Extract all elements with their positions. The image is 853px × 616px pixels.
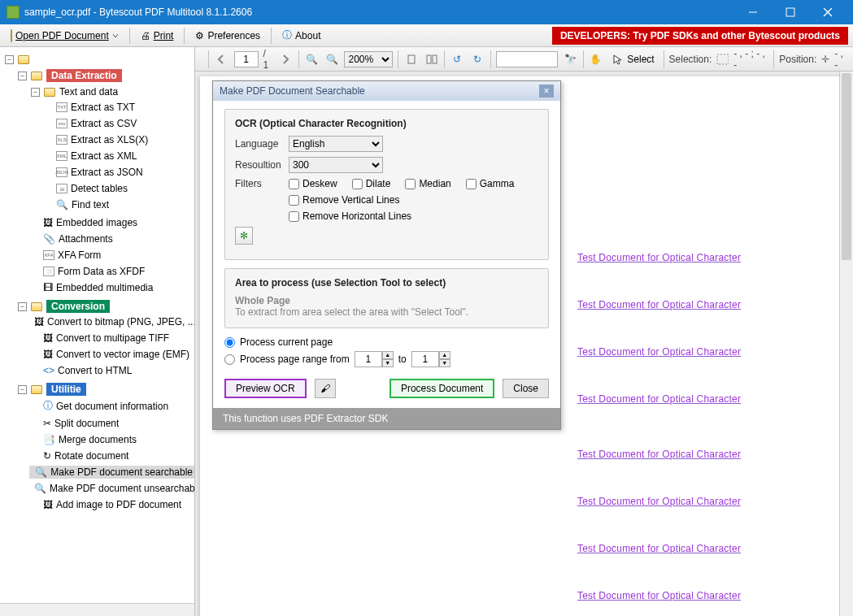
tree-extract-json[interactable]: JSONExtract as JSON bbox=[42, 166, 194, 179]
close-window-button[interactable] bbox=[809, 0, 846, 24]
cat-utilities[interactable]: − Utilitie bbox=[16, 382, 194, 397]
tree-detect-tables[interactable]: ⊞Detect tables bbox=[42, 182, 194, 195]
tree-doc-info[interactable]: ⓘGet document information bbox=[29, 398, 194, 414]
collapse-icon[interactable]: − bbox=[5, 55, 14, 64]
dev-banner[interactable]: DEVELOPERS: Try PDF SDKs and other Bytes… bbox=[552, 27, 848, 45]
maximize-button[interactable] bbox=[772, 0, 809, 24]
page-total: / 1 bbox=[263, 48, 273, 71]
tree-extract-xls[interactable]: XLSExtract as XLS(X) bbox=[42, 133, 194, 146]
close-button[interactable]: Close bbox=[503, 379, 549, 398]
tree-text-and-data[interactable]: − Text and data bbox=[29, 85, 194, 99]
find-button[interactable]: 🔭 bbox=[563, 51, 578, 67]
search-input[interactable] bbox=[496, 51, 558, 67]
zoom-in-button[interactable]: 🔍 bbox=[324, 51, 340, 67]
brush-icon: 🖌 bbox=[320, 383, 330, 394]
remove-vlines-checkbox[interactable]: Remove Vertical Lines bbox=[289, 194, 399, 206]
language-select[interactable]: English bbox=[289, 136, 383, 152]
range-from-spinner[interactable]: ▲▼ bbox=[355, 351, 394, 367]
tree-extract-txt[interactable]: TXTExtract as TXT bbox=[42, 101, 194, 114]
tree-attachments[interactable]: 📎Attachments bbox=[29, 232, 194, 245]
search-doc-icon: 🔍 bbox=[34, 483, 46, 494]
vertical-scrollbar[interactable] bbox=[839, 72, 853, 616]
page-input[interactable] bbox=[234, 51, 259, 67]
tree-convert-tiff[interactable]: 🖼Convert to multipage TIFF bbox=[29, 332, 194, 345]
dilate-checkbox[interactable]: Dilate bbox=[352, 178, 391, 189]
tree-extract-xml[interactable]: XMLExtract as XML bbox=[42, 150, 194, 163]
svg-rect-5 bbox=[427, 55, 431, 63]
tree-convert-bitmap[interactable]: 🖼Convert to bitmap (PNG, JPEG, ...) bbox=[29, 315, 194, 328]
tree-root[interactable]: − bbox=[3, 52, 194, 67]
tree-embedded-images[interactable]: 🖼Embedded images bbox=[29, 216, 194, 229]
zoom-select[interactable]: 200% bbox=[344, 51, 393, 67]
about-button[interactable]: ⓘ About bbox=[276, 26, 326, 45]
tree-extract-csv[interactable]: csvExtract as CSV bbox=[42, 117, 194, 130]
tree-xfdf[interactable]: 📄Form Data as XFDF bbox=[29, 265, 194, 278]
selection-value: - , - ; - , - bbox=[733, 48, 768, 71]
deskew-checkbox[interactable]: Deskew bbox=[289, 178, 337, 189]
rotate-ccw-button[interactable]: ↺ bbox=[450, 51, 465, 67]
dialog-titlebar[interactable]: Make PDF Document Searchable × bbox=[213, 81, 560, 101]
prev-page-button[interactable] bbox=[214, 51, 229, 67]
resolution-select[interactable]: 300 bbox=[289, 157, 383, 173]
select-tool-button[interactable]: Select bbox=[608, 51, 658, 67]
selection-rect-icon bbox=[716, 54, 729, 65]
image-icon: 🖼 bbox=[34, 316, 44, 328]
selection-label: Selection: bbox=[669, 54, 712, 65]
process-document-button[interactable]: Process Document bbox=[390, 379, 494, 398]
rotate-cw-icon: ↻ bbox=[473, 54, 481, 65]
tree-merge[interactable]: 📑Merge documents bbox=[29, 433, 194, 446]
area-whole: Whole Page bbox=[235, 295, 538, 306]
tree-make-searchable[interactable]: 🔍Make PDF document searchable bbox=[29, 466, 194, 479]
layout1-button[interactable] bbox=[403, 51, 419, 67]
rotate-icon: ↻ bbox=[43, 450, 51, 462]
range-to-spinner[interactable]: ▲▼ bbox=[411, 351, 450, 367]
rotate-cw-button[interactable]: ↻ bbox=[470, 51, 485, 67]
print-button[interactable]: 🖨 Print bbox=[135, 28, 180, 44]
info-icon: ⓘ bbox=[43, 399, 53, 413]
process-current-radio[interactable] bbox=[224, 337, 235, 348]
minimize-button[interactable] bbox=[734, 0, 772, 24]
tree-find-text[interactable]: 🔍Find text bbox=[42, 198, 194, 211]
sidebar-scrollbar[interactable] bbox=[0, 603, 194, 616]
position-value: - , - bbox=[834, 48, 848, 71]
printer-icon: 🖨 bbox=[141, 30, 150, 41]
titlebar: sample_ocr.pdf - Bytescout PDF Multitool… bbox=[0, 0, 853, 24]
preview-ocr-button[interactable]: Preview OCR bbox=[224, 379, 307, 398]
tree-convert-html[interactable]: <>Convert to HTML bbox=[29, 364, 194, 377]
process-range-radio[interactable] bbox=[224, 354, 235, 365]
cat-data-extraction[interactable]: − Data Extractio bbox=[16, 68, 194, 83]
tree-xfa-form[interactable]: XFAXFA Form bbox=[29, 249, 194, 262]
next-page-button[interactable] bbox=[278, 51, 294, 67]
filter-settings-button[interactable]: ✻ bbox=[235, 227, 253, 245]
tree-convert-emf[interactable]: 🖼Convert to vector image (EMF) bbox=[29, 348, 194, 361]
remove-hlines-checkbox[interactable]: Remove Horizontal Lines bbox=[289, 210, 411, 222]
zoom-out-button[interactable]: 🔍 bbox=[304, 51, 320, 67]
open-pdf-button[interactable]: Open PDF Document bbox=[5, 28, 124, 44]
layout2-button[interactable] bbox=[424, 51, 439, 67]
gamma-checkbox[interactable]: Gamma bbox=[466, 178, 515, 189]
tree-make-unsearchable[interactable]: 🔍Make PDF document unsearchable bbox=[29, 482, 194, 495]
crosshair-icon: ✛ bbox=[821, 54, 829, 65]
tree-split[interactable]: ✂Split document bbox=[29, 417, 194, 430]
paperclip-icon: 📎 bbox=[43, 233, 55, 245]
dialog-close-button[interactable]: × bbox=[539, 85, 554, 98]
images-icon: 🖼 bbox=[43, 217, 53, 228]
cat-conversion[interactable]: − Conversion bbox=[16, 299, 194, 314]
film-icon: 🎞 bbox=[43, 282, 53, 293]
hand-tool-button[interactable]: ✋ bbox=[588, 51, 603, 67]
merge-icon: 📑 bbox=[43, 434, 55, 445]
collapse-icon[interactable]: − bbox=[18, 72, 27, 80]
tree-rotate[interactable]: ↻Rotate document bbox=[29, 449, 194, 462]
resolution-label: Resoultion bbox=[235, 159, 281, 171]
clear-button[interactable]: 🖌 bbox=[315, 379, 336, 398]
tree-add-image[interactable]: 🖼Add image to PDF document bbox=[29, 498, 194, 511]
position-label: Position: bbox=[779, 54, 816, 65]
preferences-button[interactable]: ⚙ Preferences bbox=[189, 28, 266, 44]
folder-open-icon bbox=[11, 30, 12, 41]
svg-rect-1 bbox=[786, 8, 794, 16]
tree-multimedia[interactable]: 🎞Embedded multimedia bbox=[29, 281, 194, 294]
image-icon: 🖼 bbox=[43, 499, 53, 510]
median-checkbox[interactable]: Median bbox=[405, 178, 450, 189]
area-hint: To extract from area select the area wit… bbox=[235, 306, 538, 318]
image-icon: 🖼 bbox=[43, 332, 53, 344]
